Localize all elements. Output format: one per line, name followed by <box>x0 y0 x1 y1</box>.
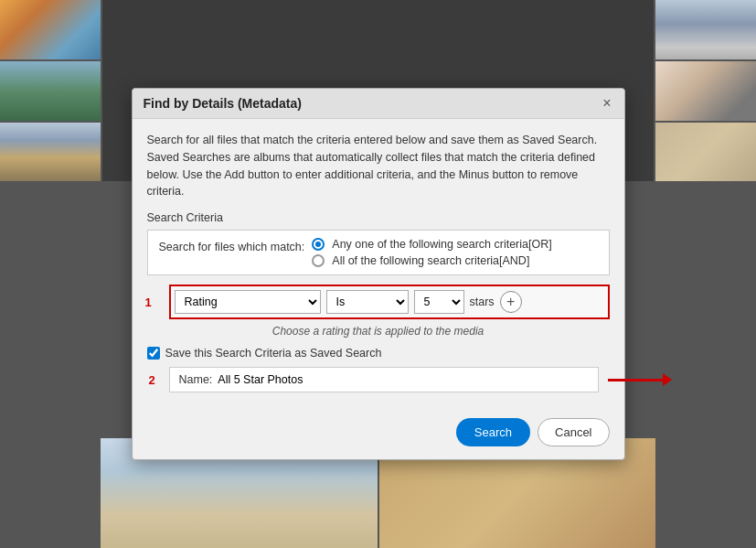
radio-and[interactable] <box>312 254 325 267</box>
save-search-checkbox[interactable] <box>147 347 160 360</box>
dialog-footer: Search Cancel <box>133 418 624 459</box>
stars-label: stars <box>470 295 495 308</box>
annotation-arrow-2 <box>608 373 672 386</box>
search-button[interactable]: Search <box>456 418 530 446</box>
cancel-button[interactable]: Cancel <box>538 418 609 446</box>
description-text: Search for all files that match the crit… <box>147 132 610 200</box>
criteria-rating-select[interactable]: 1 2 3 4 5 <box>414 290 464 314</box>
match-files-label: Search for files which match: <box>159 238 305 256</box>
criteria-field-select[interactable]: Rating Date Caption Filename Camera Auth… <box>175 290 321 314</box>
section-label: Search Criteria <box>147 211 610 224</box>
criteria-row: Rating Date Caption Filename Camera Auth… <box>169 285 610 319</box>
save-checkbox-row: Save this Search Criteria as Saved Searc… <box>147 347 610 360</box>
radio-and-label[interactable]: All of the following search criteria[AND… <box>332 254 529 267</box>
hint-text: Choose a rating that is applied to the m… <box>147 325 610 338</box>
dialog-body: Search for all files that match the crit… <box>133 119 624 418</box>
find-by-details-dialog: Find by Details (Metadata) × Search for … <box>132 88 625 460</box>
annotation-badge-2: 2 <box>149 373 155 387</box>
name-input[interactable] <box>218 373 588 386</box>
radio-or-label[interactable]: Any one of the following search criteria… <box>332 238 551 251</box>
criteria-condition-select[interactable]: Is Is Not Is Greater Than Is Less Than <box>326 290 409 314</box>
name-row: Name: <box>169 367 599 392</box>
name-field-label: Name: <box>179 373 213 386</box>
save-search-label[interactable]: Save this Search Criteria as Saved Searc… <box>165 347 382 360</box>
close-button[interactable]: × <box>601 96 612 111</box>
dialog-title: Find by Details (Metadata) <box>144 96 302 111</box>
radio-or[interactable] <box>312 238 325 251</box>
add-criteria-button[interactable]: + <box>500 291 522 313</box>
dialog-overlay: Find by Details (Metadata) × Search for … <box>0 0 756 548</box>
dialog-header: Find by Details (Metadata) × <box>133 89 624 119</box>
annotation-badge-1: 1 <box>145 295 152 309</box>
match-criteria-box: Search for files which match: Any one of… <box>147 230 610 275</box>
